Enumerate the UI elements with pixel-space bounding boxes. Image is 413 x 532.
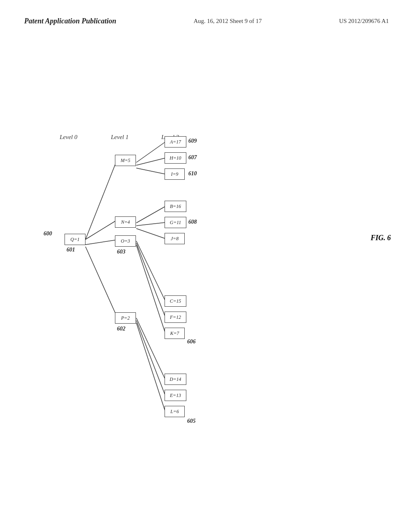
svg-line-6 (136, 168, 165, 174)
header-center: Aug. 16, 2012 Sheet 9 of 17 (194, 16, 262, 26)
node-a17: A=17 (165, 136, 186, 148)
ref-605: 605 (187, 418, 196, 424)
header-left: Patent Application Publication (24, 16, 116, 26)
node-o3: O=3 (115, 235, 136, 247)
ref-607: 607 (188, 154, 197, 161)
ref-609: 609 (188, 138, 197, 144)
svg-line-7 (136, 206, 165, 223)
node-i9: I=9 (165, 168, 185, 180)
svg-line-3 (86, 247, 117, 317)
node-b16: B=16 (165, 201, 186, 212)
node-n4: N=4 (115, 216, 136, 228)
header: Patent Application Publication Aug. 16, … (0, 16, 413, 26)
node-k7: K=7 (165, 328, 185, 339)
ref-603: 603 (117, 249, 125, 255)
ref-601: 601 (67, 247, 75, 253)
svg-line-2 (86, 240, 117, 245)
svg-line-11 (136, 243, 165, 317)
node-d14: D=14 (165, 374, 186, 385)
node-f12: F=12 (165, 312, 186, 323)
node-c15: C=15 (165, 295, 186, 307)
ref-610: 610 (188, 170, 197, 177)
level-label-0: Level 0 (60, 121, 77, 153)
ref-600: 600 (44, 231, 52, 237)
node-q1: Q=1 (65, 234, 86, 245)
svg-line-8 (136, 222, 165, 226)
svg-line-9 (136, 229, 165, 239)
node-j8: J=8 (165, 233, 185, 244)
svg-line-14 (136, 320, 165, 396)
node-l6: L=6 (165, 406, 185, 417)
svg-line-1 (86, 220, 117, 239)
svg-line-10 (136, 241, 165, 301)
node-p2: P=2 (115, 312, 136, 324)
svg-line-12 (136, 245, 165, 333)
ref-602: 602 (117, 326, 125, 332)
svg-line-13 (136, 318, 165, 380)
svg-line-0 (86, 160, 117, 239)
svg-line-5 (136, 158, 165, 165)
diagram-area: Level 0 Level 1 Level 2 (0, 56, 413, 532)
node-g11: G=11 (165, 217, 186, 228)
header-right: US 2012/209676 A1 (339, 16, 389, 26)
ref-606: 606 (187, 339, 196, 345)
ref-608: 608 (188, 219, 197, 225)
node-e13: E=13 (165, 390, 186, 401)
fig-label: FIG. 6 (371, 234, 391, 242)
node-h10: H=10 (165, 152, 186, 164)
svg-line-15 (136, 323, 165, 412)
node-m5: M=5 (115, 155, 136, 166)
level-label-1: Level 1 (111, 121, 129, 153)
